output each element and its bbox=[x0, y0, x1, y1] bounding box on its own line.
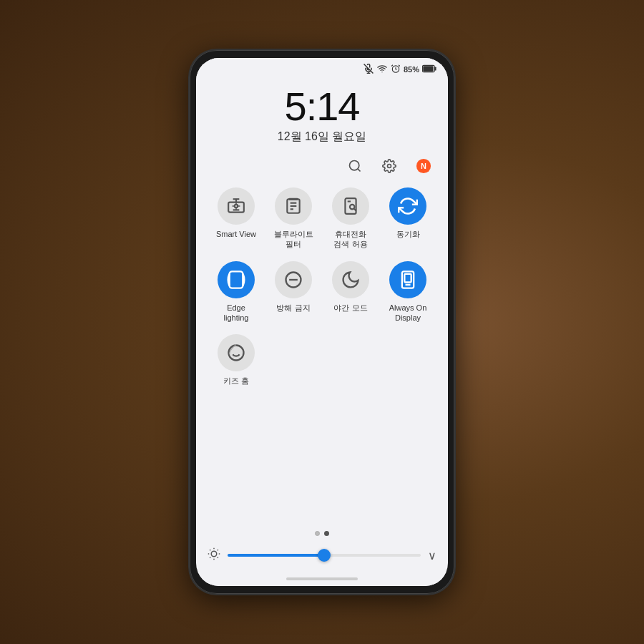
qs-icon-edge-lighting bbox=[218, 261, 255, 298]
qs-label-mobile-search: 휴대전화검색 허용 bbox=[333, 229, 367, 250]
clock-time: 5:14 bbox=[196, 87, 448, 127]
qs-item-kids-home[interactable]: 키즈 홈 bbox=[210, 334, 262, 386]
page-dot-1[interactable] bbox=[315, 531, 320, 536]
brightness-thumb[interactable] bbox=[318, 549, 331, 562]
mute-icon bbox=[364, 64, 374, 75]
qs-icon-mobile-search bbox=[332, 187, 369, 225]
qs-icon-smart-view bbox=[218, 187, 255, 225]
status-icons: 85% bbox=[364, 64, 436, 75]
svg-rect-22 bbox=[230, 271, 243, 288]
svg-rect-5 bbox=[434, 67, 436, 71]
alarm-icon bbox=[391, 64, 401, 75]
notification-button[interactable]: N bbox=[412, 155, 435, 177]
status-bar: 85% bbox=[196, 58, 448, 78]
svg-line-35 bbox=[218, 557, 218, 558]
brightness-control[interactable]: ∨ bbox=[196, 542, 448, 572]
qs-label-edge-lighting: Edgelighting bbox=[224, 303, 249, 323]
svg-text:N: N bbox=[421, 162, 426, 170]
qs-icon-always-on bbox=[389, 261, 426, 298]
qs-item-blue-light[interactable]: 블루라이트필터 bbox=[268, 187, 319, 250]
qs-item-sync[interactable]: 동기화 bbox=[382, 187, 434, 250]
battery-percentage: 85% bbox=[404, 65, 419, 74]
phone-screen: 85% 5:14 12월 16일 월요일 bbox=[196, 58, 448, 586]
brightness-low-icon bbox=[208, 547, 220, 563]
svg-rect-6 bbox=[423, 66, 433, 72]
page-dot-2[interactable] bbox=[324, 531, 329, 536]
home-indicator bbox=[196, 572, 448, 586]
svg-point-28 bbox=[229, 346, 244, 361]
svg-point-19 bbox=[350, 205, 355, 210]
svg-line-8 bbox=[358, 169, 361, 172]
quick-settings-panel: Smart View 블루라이트필터 bbox=[196, 182, 448, 525]
svg-point-13 bbox=[235, 205, 238, 208]
page-indicators bbox=[196, 525, 448, 542]
clock-date: 12월 16일 월요일 bbox=[196, 130, 448, 145]
svg-point-31 bbox=[211, 551, 217, 557]
svg-rect-26 bbox=[404, 273, 411, 282]
qs-icon-sync bbox=[389, 187, 426, 225]
qs-item-mobile-search[interactable]: 휴대전화검색 허용 bbox=[325, 187, 376, 250]
qs-icon-kids-home bbox=[218, 334, 255, 371]
brightness-track[interactable] bbox=[228, 554, 421, 557]
qs-icon-dnd bbox=[275, 261, 312, 298]
qs-icon-night-mode bbox=[332, 261, 369, 298]
phone-device: 85% 5:14 12월 16일 월요일 bbox=[190, 50, 454, 594]
qs-item-always-on[interactable]: Always OnDisplay bbox=[382, 261, 434, 323]
svg-line-38 bbox=[210, 557, 210, 558]
qs-item-edge-lighting[interactable]: Edgelighting bbox=[210, 261, 262, 323]
home-bar bbox=[286, 577, 358, 580]
brightness-fill bbox=[228, 554, 324, 557]
qs-label-blue-light: 블루라이트필터 bbox=[274, 229, 313, 250]
qs-row-2: Edgelighting 방해 금지 bbox=[210, 261, 434, 323]
qs-item-night-mode[interactable]: 야간 모드 bbox=[325, 261, 376, 323]
settings-button[interactable] bbox=[378, 155, 401, 177]
search-button[interactable] bbox=[343, 155, 366, 177]
qs-row-1: Smart View 블루라이트필터 bbox=[210, 187, 434, 250]
qs-item-smart-view[interactable]: Smart View bbox=[210, 187, 262, 250]
qs-label-kids-home: 키즈 홈 bbox=[223, 376, 249, 386]
qs-row-3: 키즈 홈 bbox=[210, 334, 434, 386]
clock-area: 5:14 12월 16일 월요일 bbox=[196, 78, 448, 150]
qs-label-sync: 동기화 bbox=[396, 229, 420, 239]
qs-label-always-on: Always OnDisplay bbox=[389, 303, 427, 323]
top-actions: N bbox=[196, 150, 448, 182]
brightness-expand-button[interactable]: ∨ bbox=[428, 549, 436, 562]
battery-icon bbox=[422, 64, 436, 74]
qs-label-dnd: 방해 금지 bbox=[276, 303, 310, 313]
wifi-icon bbox=[376, 64, 388, 75]
svg-line-39 bbox=[218, 550, 218, 550]
qs-icon-blue-light bbox=[275, 187, 312, 225]
qs-label-night-mode: 야간 모드 bbox=[333, 303, 367, 313]
qs-item-dnd[interactable]: 방해 금지 bbox=[268, 261, 319, 323]
svg-point-7 bbox=[350, 161, 359, 170]
qs-label-smart-view: Smart View bbox=[216, 229, 256, 239]
svg-line-34 bbox=[210, 550, 210, 550]
svg-point-9 bbox=[388, 165, 391, 168]
